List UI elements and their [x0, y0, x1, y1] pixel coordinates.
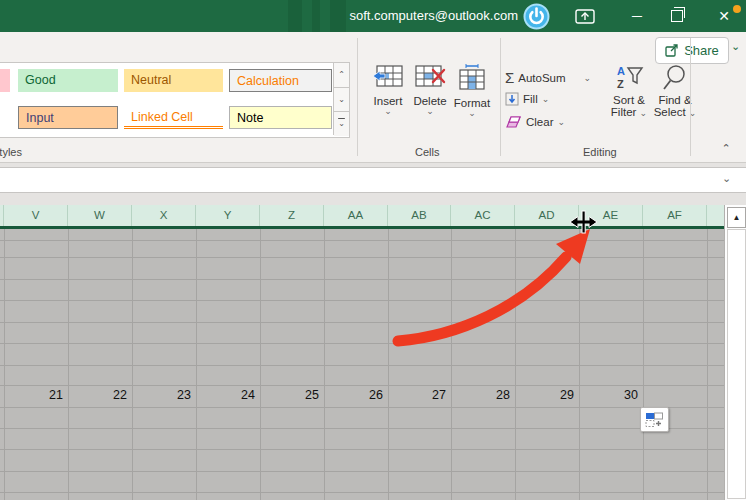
cell-AB[interactable]: 27 [388, 385, 451, 406]
column-header-AC[interactable]: AC [451, 205, 515, 226]
grid-line [0, 343, 724, 344]
chevron-down-icon: ⌄ [450, 109, 494, 117]
ribbon-display-options-icon[interactable] [575, 9, 595, 24]
column-header-AB[interactable]: AB [388, 205, 451, 226]
group-divider [500, 38, 501, 156]
styles-group-label: Styles [0, 146, 22, 158]
style-explanatory-partial[interactable]: . [0, 106, 10, 129]
grid-line [0, 300, 724, 301]
cell-partial[interactable]: 20 [0, 385, 2, 406]
minimize-button[interactable]: ─ [620, 0, 654, 32]
cells-group-label: Cells [415, 146, 439, 158]
chevron-down-icon: ⌄ [366, 107, 410, 115]
grid-line [0, 240, 724, 241]
gallery-down-icon[interactable]: ⌄ [334, 87, 349, 112]
sort-filter-label-2: Filter [611, 106, 637, 118]
column-headers[interactable]: VWXYZAAABACADAEAF [0, 205, 724, 226]
spacer [0, 193, 746, 205]
format-button[interactable]: Format ⌄ [450, 64, 494, 117]
column-header-AA[interactable]: AA [324, 205, 388, 226]
column-header-AD[interactable]: AD [515, 205, 579, 226]
titlebar-decoration [288, 0, 302, 32]
style-linked-cell[interactable]: Linked Cell [124, 106, 223, 129]
collapse-ribbon-icon[interactable]: ⌃ [715, 142, 737, 158]
autosum-button[interactable]: Σ AutoSum ⌄ [505, 69, 591, 86]
share-chevron-icon[interactable]: ⌄ [731, 40, 740, 53]
group-divider [357, 38, 358, 156]
search-icon [661, 64, 689, 92]
cell-V[interactable]: 21 [4, 385, 68, 406]
chevron-down-icon: ⌄ [557, 118, 565, 126]
gallery-scrollbar: ⌃ ⌄ ⌄ [333, 63, 349, 135]
style-good[interactable]: Good [18, 69, 118, 92]
delete-button[interactable]: Delete ⌄ [408, 64, 452, 115]
restore-button[interactable] [671, 10, 683, 22]
svg-text:Z: Z [617, 78, 624, 90]
cell-W[interactable]: 22 [68, 385, 132, 406]
grid-line [0, 322, 724, 323]
cell-Z[interactable]: 25 [260, 385, 324, 406]
ribbon: Share ⌄ Good Neutral Calculation . Input… [0, 32, 746, 163]
fill-button[interactable]: Fill ⌄ [505, 92, 549, 106]
sort-filter-icon: A Z [614, 64, 644, 92]
style-bad-partial[interactable] [0, 69, 10, 92]
auto-fill-options-icon [645, 412, 664, 428]
cell-AE[interactable]: 30 [579, 385, 643, 406]
clear-button[interactable]: Clear ⌄ [505, 115, 565, 129]
column-header-AF[interactable]: AF [643, 205, 707, 226]
chevron-down-icon: ⌄ [640, 108, 648, 118]
column-header-X[interactable]: X [132, 205, 196, 226]
scroll-up-icon[interactable]: ▲ [727, 207, 746, 228]
cell-Y[interactable]: 24 [196, 385, 260, 406]
group-divider [690, 38, 691, 156]
formula-bar[interactable] [0, 167, 746, 193]
chevron-down-icon: ⌄ [542, 95, 550, 103]
cell-AD[interactable]: 29 [515, 385, 579, 406]
grid-line [0, 449, 724, 450]
excel-window: soft.computers@outlook.com ─ ✕ Share ⌄ [0, 0, 746, 500]
grid-line [0, 428, 724, 429]
find-select-button[interactable]: Find & Select ⌄ [648, 64, 702, 118]
grid-line [0, 492, 724, 493]
grid-line [0, 407, 724, 408]
notification-dot [733, 5, 741, 13]
style-calculation[interactable]: Calculation [229, 69, 332, 92]
cell-X[interactable]: 23 [132, 385, 196, 406]
formula-bar-expand-icon[interactable]: ⌄ [722, 172, 731, 185]
column-header-W[interactable]: W [68, 205, 132, 226]
power-icon[interactable] [523, 3, 550, 30]
vertical-scrollbar[interactable]: ▲ [724, 205, 746, 500]
spreadsheet-grid[interactable]: 20 21222324252627282930 [0, 229, 724, 500]
style-neutral[interactable]: Neutral [124, 69, 223, 92]
style-note[interactable]: Note [229, 106, 332, 129]
column-header-partial[interactable] [707, 205, 724, 226]
account-email: soft.computers@outlook.com [349, 0, 518, 32]
find-select-label-2: Select [654, 106, 686, 118]
insert-cells-icon [372, 64, 404, 88]
cell-AA[interactable]: 26 [324, 385, 388, 406]
cell-styles-gallery: Good Neutral Calculation . Input Linked … [0, 62, 350, 138]
svg-text:A: A [617, 65, 625, 77]
style-input[interactable]: Input [18, 106, 118, 129]
column-header-AE[interactable]: AE [579, 205, 643, 226]
title-bar: soft.computers@outlook.com ─ ✕ [0, 0, 746, 32]
auto-fill-options-button[interactable] [640, 407, 669, 432]
chevron-down-icon: ⌄ [408, 107, 452, 115]
find-select-label-1: Find & [648, 94, 702, 106]
column-header-Y[interactable]: Y [196, 205, 260, 226]
fill-down-icon [505, 92, 519, 106]
scrollbar-thumb[interactable] [727, 229, 746, 499]
chevron-down-icon: ⌄ [584, 74, 592, 82]
grid-line [0, 471, 724, 472]
gallery-more-icon[interactable]: ⌄ [334, 111, 349, 136]
fill-label: Fill [523, 93, 538, 105]
gallery-up-icon[interactable]: ⌃ [334, 63, 349, 87]
column-header-Z[interactable]: Z [260, 205, 324, 226]
sigma-icon: Σ [505, 69, 514, 86]
cell-AC[interactable]: 28 [451, 385, 515, 406]
grid-line [0, 279, 724, 280]
insert-button[interactable]: Insert ⌄ [366, 64, 410, 115]
share-button[interactable]: Share [655, 37, 729, 64]
column-header-V[interactable]: V [4, 205, 68, 226]
titlebar-decoration [330, 0, 346, 32]
